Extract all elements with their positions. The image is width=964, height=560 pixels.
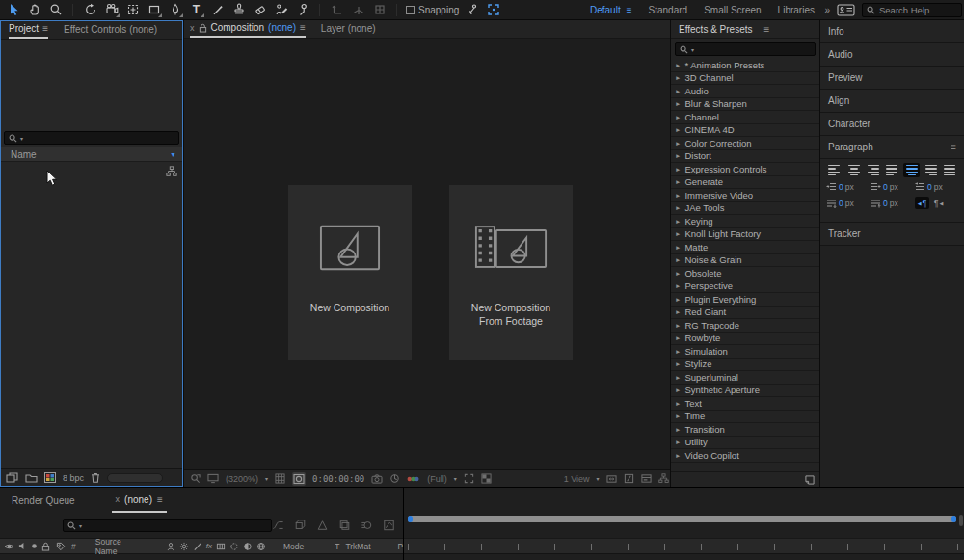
rotation-tool-icon[interactable] — [82, 2, 98, 18]
trash-icon[interactable] — [91, 472, 100, 483]
puppet-pin-tool-icon[interactable] — [294, 2, 310, 18]
effects-category-row[interactable]: ►* Animation Presets — [671, 59, 819, 72]
channel-rgba-icon[interactable] — [407, 474, 420, 484]
effects-category-row[interactable]: ►Simulation — [671, 345, 819, 359]
effects-category-row[interactable]: ►Blur & Sharpen — [671, 98, 819, 112]
justify-last-center-button[interactable] — [903, 163, 920, 177]
justify-all-button[interactable] — [942, 163, 958, 177]
panel-menu-icon[interactable]: ≡ — [300, 22, 306, 33]
help-search[interactable] — [862, 3, 962, 17]
new-composition-from-footage-card[interactable]: New Composition From Footage — [449, 185, 573, 360]
view-layout-dropdown[interactable]: 1 View — [564, 474, 590, 484]
right-to-left-text-button[interactable]: ¶◀ — [931, 197, 946, 209]
manage-extensions-icon[interactable] — [837, 4, 855, 16]
tab-project[interactable]: Project ≡ — [9, 20, 48, 39]
snap-options-icon[interactable] — [464, 2, 480, 18]
shape-tool-icon[interactable] — [146, 2, 162, 18]
effects-category-row[interactable]: ►Plugin Everything — [671, 293, 819, 307]
effects-category-row[interactable]: ►Transition — [671, 423, 819, 437]
project-search-input[interactable] — [26, 133, 174, 144]
space-after-field[interactable]: 0 px — [870, 197, 915, 209]
panel-menu-icon[interactable]: ≡ — [764, 24, 770, 35]
workspace-tab-standard[interactable]: Standard — [649, 5, 688, 15]
pixel-aspect-correction-icon[interactable] — [606, 474, 617, 484]
timeline-search[interactable]: ▾ — [63, 519, 272, 532]
fast-previews-icon[interactable] — [624, 473, 634, 484]
new-folder-icon[interactable] — [25, 473, 38, 483]
align-center-button[interactable] — [845, 163, 862, 177]
align-left-button[interactable] — [826, 163, 843, 177]
effects-category-row[interactable]: ►Matte — [671, 241, 819, 254]
effects-category-row[interactable]: ►Distort — [671, 150, 819, 164]
effects-category-row[interactable]: ►Perspective — [671, 280, 819, 294]
eraser-tool-icon[interactable] — [252, 2, 268, 18]
effects-category-row[interactable]: ►Noise & Grain — [671, 254, 819, 268]
effects-category-row[interactable]: ►Channel — [671, 111, 819, 124]
panel-character[interactable]: Character — [820, 113, 964, 136]
trkmat-column[interactable]: TrkMat — [345, 542, 370, 551]
snapshot-icon[interactable] — [371, 474, 383, 484]
workspace-tab-libraries[interactable]: Libraries — [778, 5, 815, 15]
effects-category-row[interactable]: ►Keying — [671, 215, 819, 228]
pen-tool-icon[interactable] — [167, 2, 183, 18]
left-to-right-text-button[interactable]: ◀¶ — [915, 197, 929, 209]
tab-effect-controls[interactable]: Effect Controls (none) — [64, 20, 157, 39]
tab-composition[interactable]: x Composition (none) ≡ — [190, 19, 306, 38]
indent-value[interactable]: 0 — [883, 182, 888, 192]
effects-category-row[interactable]: ►Text — [671, 397, 819, 411]
timeline-scrollbar[interactable] — [959, 515, 963, 526]
project-flowchart-icon[interactable] — [166, 166, 177, 177]
effects-category-row[interactable]: ►Synthetic Aperture — [671, 385, 819, 398]
region-of-interest-icon[interactable] — [464, 473, 474, 484]
panel-menu-icon[interactable]: ≡ — [42, 23, 48, 34]
effects-category-row[interactable]: ►Red Giant — [671, 307, 819, 320]
project-items-area[interactable] — [1, 162, 182, 468]
effects-category-row[interactable]: ►Stylize — [671, 359, 819, 372]
zoom-tool-icon[interactable] — [47, 2, 64, 18]
effects-category-row[interactable]: ►CINEMA 4D — [671, 124, 819, 138]
new-composition-icon[interactable] — [44, 472, 56, 483]
mode-column[interactable]: Mode — [283, 542, 304, 551]
mask-visibility-button[interactable] — [292, 472, 306, 486]
effects-category-row[interactable]: ►Audio — [671, 85, 819, 98]
close-tab-icon[interactable]: x — [116, 494, 120, 504]
resolution-dropdown[interactable]: (Full) — [427, 474, 447, 484]
panel-menu-icon[interactable]: ≡ — [157, 494, 163, 505]
workspace-tab-small-screen[interactable]: Small Screen — [704, 5, 761, 15]
magnification-dropdown[interactable]: (3200%) — [226, 474, 258, 484]
effects-category-row[interactable]: ►RG Trapcode — [671, 319, 819, 333]
new-panel-icon[interactable] — [805, 475, 815, 485]
panel-info[interactable]: Info — [820, 20, 964, 43]
grid-guides-icon[interactable] — [275, 473, 285, 484]
lock-icon[interactable] — [199, 23, 207, 33]
snapping-toggle[interactable]: Snapping — [406, 5, 459, 15]
justify-last-left-button[interactable] — [884, 163, 900, 177]
indent-first-line-field[interactable]: 0 px — [915, 182, 959, 192]
panel-audio[interactable]: Audio — [820, 43, 964, 67]
source-name-column[interactable]: Source Name — [95, 537, 121, 556]
timeline-button-icon[interactable] — [641, 473, 652, 484]
panel-align[interactable]: Align — [820, 90, 964, 113]
justify-last-right-button[interactable] — [923, 163, 939, 177]
effects-category-row[interactable]: ►3D Channel — [671, 72, 819, 86]
tab-comp-none[interactable]: x (none) ≡ — [112, 488, 167, 513]
effects-category-row[interactable]: ►Knoll Light Factory — [671, 228, 819, 242]
panel-preview[interactable]: Preview — [820, 67, 964, 90]
effects-category-row[interactable]: ►Time — [671, 411, 819, 424]
close-tab-icon[interactable]: x — [190, 23, 195, 33]
indent-value[interactable]: 0 — [883, 199, 888, 208]
effects-category-row[interactable]: ►Generate — [671, 176, 819, 190]
timeline-search-input[interactable] — [85, 520, 267, 531]
selection-tool-icon[interactable] — [5, 2, 21, 18]
effects-panel-header[interactable]: Effects & Presets ≡ — [671, 20, 819, 39]
brush-tool-icon[interactable] — [209, 2, 226, 18]
project-name-column-header[interactable]: Name ▼ — [1, 147, 182, 162]
tab-render-queue[interactable]: Render Queue — [12, 495, 75, 506]
effects-category-row[interactable]: ►Color Correction — [671, 137, 819, 150]
show-snapshot-icon[interactable] — [389, 473, 400, 484]
comp-flowchart-icon[interactable] — [658, 473, 669, 484]
project-search[interactable]: ▾ — [4, 131, 179, 145]
new-composition-card[interactable]: New Composition — [288, 185, 412, 360]
help-search-input[interactable] — [879, 5, 956, 15]
effects-category-row[interactable]: ►Immersive Video — [671, 189, 819, 202]
